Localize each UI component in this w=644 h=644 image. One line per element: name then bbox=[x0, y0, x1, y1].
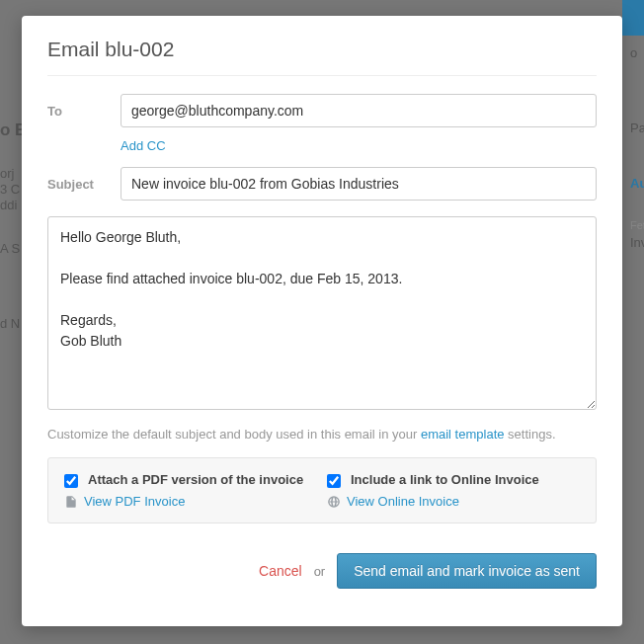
view-pdf-link[interactable]: View PDF Invoice bbox=[84, 494, 185, 509]
add-cc-link[interactable]: Add CC bbox=[121, 138, 166, 153]
subject-row: Subject bbox=[47, 167, 597, 201]
attach-online-option: Include a link to Online Invoice View On… bbox=[327, 472, 580, 509]
attach-pdf-option: Attach a PDF version of the invoice View… bbox=[64, 472, 317, 509]
globe-icon bbox=[327, 495, 341, 509]
send-email-button[interactable]: Send email and mark invoice as sent bbox=[337, 553, 597, 589]
attach-pdf-label: Attach a PDF version of the invoice bbox=[88, 472, 303, 487]
attachment-options: Attach a PDF version of the invoice View… bbox=[47, 457, 597, 523]
email-invoice-modal: Email blu-002 To Add CC Subject Customiz… bbox=[22, 16, 622, 626]
attach-pdf-checkbox[interactable] bbox=[64, 474, 78, 488]
to-row: To bbox=[47, 94, 597, 127]
subject-label: Subject bbox=[47, 177, 121, 192]
body-textarea[interactable] bbox=[47, 216, 597, 410]
subject-input[interactable] bbox=[121, 167, 597, 201]
template-hint: Customize the default subject and body u… bbox=[47, 427, 597, 442]
to-input[interactable] bbox=[121, 94, 597, 127]
add-cc-row: Add CC bbox=[121, 137, 597, 153]
modal-footer: Cancel or Send email and mark invoice as… bbox=[47, 553, 597, 589]
modal-title: Email blu-002 bbox=[47, 38, 597, 76]
or-separator: or bbox=[314, 564, 326, 579]
pdf-file-icon bbox=[64, 495, 78, 509]
attach-online-checkbox[interactable] bbox=[327, 474, 341, 488]
to-label: To bbox=[47, 104, 121, 119]
email-template-link[interactable]: email template bbox=[421, 427, 505, 442]
view-online-link[interactable]: View Online Invoice bbox=[347, 494, 459, 509]
attach-online-label: Include a link to Online Invoice bbox=[351, 472, 539, 487]
cancel-button[interactable]: Cancel bbox=[259, 563, 302, 579]
